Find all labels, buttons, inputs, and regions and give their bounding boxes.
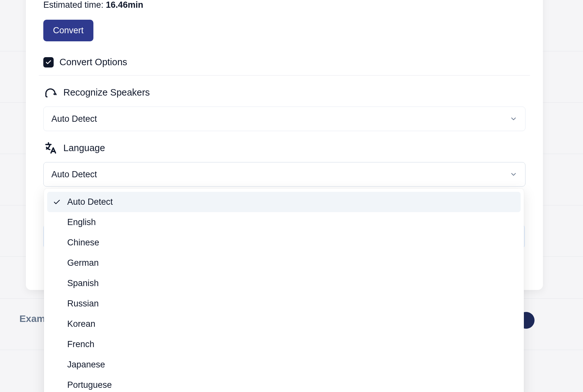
speakers-select[interactable]: Auto Detect <box>43 107 525 131</box>
language-option[interactable]: Chinese <box>47 232 521 253</box>
language-dropdown[interactable]: Auto DetectEnglishChineseGermanSpanishRu… <box>44 189 524 392</box>
language-option-label: French <box>67 339 94 349</box>
language-option[interactable]: Russian <box>47 294 521 314</box>
convert-options-label: Convert Options <box>59 57 127 67</box>
language-option-label: Spanish <box>67 278 99 288</box>
section-label-exam: Exam <box>19 313 45 324</box>
recognize-speakers-row: Recognize Speakers <box>43 85 525 99</box>
language-option[interactable]: Korean <box>47 314 521 334</box>
language-select-value: Auto Detect <box>51 170 97 180</box>
language-option[interactable]: English <box>47 212 521 232</box>
estimated-time-line: Estimated time: 16.46min <box>43 0 525 10</box>
language-option[interactable]: Portuguese <box>47 375 521 392</box>
language-label: Language <box>63 143 105 153</box>
headphones-icon <box>43 85 58 99</box>
language-option[interactable]: French <box>47 334 521 355</box>
convert-options-checkbox[interactable] <box>43 57 54 67</box>
language-option-label: Auto Detect <box>67 197 113 207</box>
convert-options-row[interactable]: Convert Options <box>43 57 525 67</box>
convert-button[interactable]: Convert <box>43 20 93 41</box>
language-option-label: Korean <box>67 319 95 329</box>
language-option-label: Portuguese <box>67 380 112 390</box>
check-slot <box>53 198 67 206</box>
language-option-label: Chinese <box>67 238 99 248</box>
chevron-down-icon <box>510 170 517 178</box>
language-select[interactable]: Auto Detect <box>43 162 525 187</box>
language-row: Language <box>43 141 525 155</box>
language-option[interactable]: Auto Detect <box>47 192 521 212</box>
language-option-label: Japanese <box>67 360 105 370</box>
check-icon <box>45 59 52 66</box>
divider <box>39 75 530 76</box>
recognize-speakers-label: Recognize Speakers <box>63 87 150 98</box>
language-option[interactable]: Spanish <box>47 273 521 294</box>
translate-icon <box>43 141 58 155</box>
language-option[interactable]: Japanese <box>47 355 521 375</box>
language-option-label: German <box>67 258 99 268</box>
estimated-value: 16.46min <box>106 0 143 10</box>
language-option[interactable]: German <box>47 253 521 273</box>
language-option-label: Russian <box>67 299 99 309</box>
language-option-label: English <box>67 217 96 227</box>
estimated-label: Estimated time: <box>43 0 103 10</box>
speakers-select-value: Auto Detect <box>51 114 97 124</box>
chevron-down-icon <box>510 115 517 123</box>
check-icon <box>53 198 61 206</box>
